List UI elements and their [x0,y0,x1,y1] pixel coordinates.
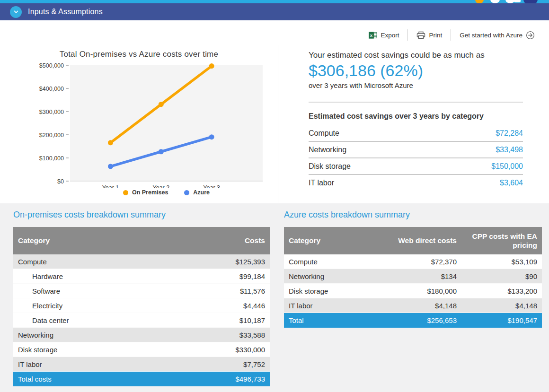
get-started-button[interactable]: Get started with Azure [458,30,537,41]
row-category: Compute [18,258,204,266]
breakdown-section: On-premises costs breakdown summary Cate… [0,203,549,392]
onprem-table-heading: On-premises costs breakdown summary [13,210,270,220]
savings-category-label: Networking [309,146,346,154]
row-costs: $330,000 [204,346,265,354]
main-content: Total On-premises vs Azure costs over ti… [0,45,549,203]
table-row: Compute$72,370$53,109 [284,254,542,269]
line-chart: $0$100,000$200,000$300,000$400,000$500,0… [0,61,272,188]
legend-label: Azure [193,189,210,196]
azure-table-body: Compute$72,370$53,109Networking$134$90Di… [284,254,542,328]
svg-text:x: x [370,33,373,38]
decor-white-circle [490,0,500,3]
table-row: Data center$10,187 [13,313,270,328]
top-decor-strip [0,0,549,3]
svg-text:$100,000: $100,000 [39,155,64,162]
savings-category-label: IT labor [309,179,334,187]
export-button[interactable]: x Export [367,30,401,40]
azure-table-heading: Azure costs breakdown summary [284,210,542,220]
row-category: Software [18,287,204,295]
row-web-direct: $256,653 [376,316,457,324]
row-web-direct: $72,370 [376,258,457,266]
row-category: Total costs [18,375,204,383]
column-header-cpp-ea: CPP costs with EA pricing [457,232,537,250]
table-row: Compute$125,393 [13,254,270,269]
table-row: Networking$33,588 [13,328,270,342]
chart-title: Total On-premises vs Azure costs over ti… [0,50,278,59]
row-category: Networking [289,272,376,280]
svg-text:Year 2: Year 2 [152,184,169,188]
table-row: Hardware$99,184 [13,269,270,284]
column-header-web-direct: Web direct costs [376,236,457,245]
legend-item: On Premises [123,189,168,196]
savings-category-value: $72,284 [496,129,523,138]
row-costs: $4,446 [204,302,265,310]
table-row: Total costs$496,733 [13,372,270,386]
section-title: Inputs & Assumptions [28,8,103,16]
svg-text:Year 3: Year 3 [203,184,220,188]
svg-text:$0: $0 [57,178,64,185]
savings-amount: $306,186 (62%) [309,61,523,80]
row-category: Total [289,316,376,324]
decor-navy-circle [523,0,538,3]
savings-category-list: Compute$72,284Networking$33,498Disk stor… [309,125,523,191]
column-header-category: Category [18,236,204,245]
savings-subtext: over 3 years with Microsoft Azure [309,81,523,89]
onprem-table-body: Compute$125,393Hardware$99,184Software$1… [13,254,270,386]
savings-row: IT labor$3,604 [309,175,523,191]
arrow-right-circle-icon [526,31,535,40]
savings-headline: Your estimated cost savings could be as … [309,51,523,60]
table-row: Total$256,653$190,547 [284,313,542,328]
inputs-assumptions-header[interactable]: Inputs & Assumptions [0,3,549,20]
row-cpp-ea: $90 [457,272,537,280]
cost-comparison-chart: Total On-premises vs Azure costs over ti… [0,45,278,203]
savings-category-label: Disk storage [309,162,351,171]
row-cpp-ea: $4,148 [457,302,537,310]
row-category: Networking [18,331,204,339]
savings-category-value: $150,000 [491,162,523,171]
divider [309,102,523,103]
row-costs: $33,588 [204,331,265,339]
printer-icon [416,31,425,39]
row-costs: $99,184 [204,272,265,280]
column-header-category: Category [289,236,376,245]
onprem-table-header: Category Costs [13,227,270,254]
chart-legend: On PremisesAzure [70,189,263,196]
table-row: Software$11,576 [13,284,270,298]
row-category: Compute [289,258,376,266]
decor-orange-circle [475,0,484,3]
toolbar-divider [451,29,451,41]
row-category: IT labor [18,360,204,368]
legend-label: On Premises [132,189,168,196]
row-category: IT labor [289,302,376,310]
savings-row: Networking$33,498 [309,142,523,158]
onprem-table: Category Costs Compute$125,393Hardware$9… [13,227,270,386]
row-costs: $7,752 [204,360,265,368]
row-costs: $125,393 [204,258,265,266]
toolbar: x Export Print Get started with Azure [367,28,537,42]
row-costs: $10,187 [204,316,265,324]
print-button[interactable]: Print [415,30,444,40]
excel-icon: x [369,31,377,39]
decor-white-shape [514,0,521,2]
savings-row: Compute$72,284 [309,125,523,142]
svg-text:$500,000: $500,000 [39,62,64,69]
row-web-direct: $134 [376,272,457,280]
table-row: IT labor$7,752 [13,357,270,372]
table-row: IT labor$4,148$4,148 [284,298,542,313]
row-category: Electricity [18,302,204,310]
svg-text:Year 1: Year 1 [102,184,119,188]
svg-text:$400,000: $400,000 [39,86,64,92]
azure-breakdown: Azure costs breakdown summary Category W… [284,208,542,392]
table-row: Disk storage$330,000 [13,342,270,357]
azure-tco-results-page: Inputs & Assumptions x Export [0,0,549,392]
chevron-down-icon[interactable] [10,6,22,18]
savings-category-value: $33,498 [496,146,523,154]
decor-white-circle [505,0,515,3]
row-cpp-ea: $53,109 [457,258,537,266]
toolbar-divider [407,29,408,41]
row-category: Disk storage [18,346,204,354]
column-header-costs: Costs [204,236,265,245]
row-category: Disk storage [289,287,376,295]
savings-category-value: $3,604 [500,179,523,187]
legend-dot-icon [184,190,189,195]
